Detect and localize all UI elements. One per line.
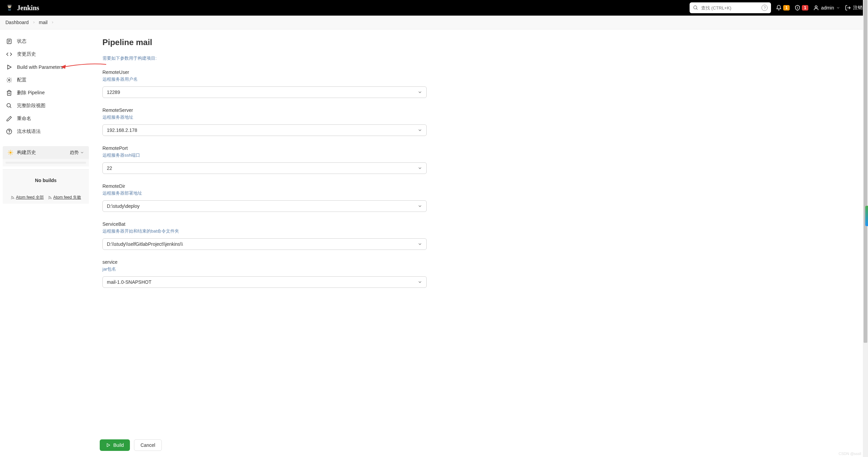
alerts-button[interactable]: 1 xyxy=(794,5,808,11)
chevron-down-icon xyxy=(836,6,840,10)
sidebar-item-syntax[interactable]: 流水线语法 xyxy=(3,125,89,138)
pencil-icon xyxy=(6,116,12,122)
param-remoteserver: RemoteServer 远程服务器地址 192.168.2.178 xyxy=(102,107,427,136)
svg-point-22 xyxy=(9,133,9,133)
build-history-search xyxy=(3,159,89,166)
feed-links: Atom feed 全部 Atom feed 失败 xyxy=(3,191,89,204)
chevron-down-icon xyxy=(418,280,422,284)
search-box[interactable]: ? xyxy=(690,2,771,13)
sidebar-item-stage-view[interactable]: 完整阶段视图 xyxy=(3,99,89,112)
svg-point-19 xyxy=(7,103,11,107)
sidebar-item-label: 变更历史 xyxy=(17,51,36,57)
scrollbar-thumb[interactable] xyxy=(864,0,867,331)
sidebar-item-label: 完整阶段视图 xyxy=(17,103,45,109)
app-name[interactable]: Jenkins xyxy=(17,4,39,12)
param-value: mail-1.0-SNAPSHOT xyxy=(107,279,151,285)
scrollbar-track[interactable] xyxy=(863,0,868,331)
sidebar-item-build-params[interactable]: Build with Parameters xyxy=(3,61,89,74)
param-select-service[interactable]: mail-1.0-SNAPSHOT xyxy=(102,276,427,288)
main-content: Pipeline mail 需要如下参数用于构建项目: RemoteUser 远… xyxy=(92,29,438,331)
chevron-down-icon xyxy=(418,166,422,171)
chevron-down-icon xyxy=(418,90,422,95)
param-label: RemoteServer xyxy=(102,107,427,113)
notification-badge: 1 xyxy=(783,5,790,11)
svg-point-7 xyxy=(797,9,798,9)
header-left: Jenkins xyxy=(5,4,39,12)
atom-feed-fail[interactable]: Atom feed 失败 xyxy=(48,195,81,200)
param-value: D:\study\deploy xyxy=(107,203,140,209)
trend-link[interactable]: 趋势 xyxy=(70,150,84,156)
status-icon xyxy=(6,38,12,44)
svg-point-32 xyxy=(11,199,12,199)
search-help-icon[interactable]: ? xyxy=(761,5,768,11)
svg-line-31 xyxy=(12,151,13,152)
no-builds-message: No builds xyxy=(3,169,89,191)
trend-label: 趋势 xyxy=(70,150,79,156)
build-history-panel: 构建历史 趋势 No builds Atom feed 全部 Atom feed xyxy=(3,146,89,204)
sidebar-item-status[interactable]: 状态 xyxy=(3,35,89,48)
sidebar-item-delete[interactable]: 删除 Pipeline xyxy=(3,86,89,99)
build-history-title: 构建历史 xyxy=(7,150,36,156)
svg-line-29 xyxy=(12,154,13,155)
param-desc: 远程服务器开始和结束的bat命令文件夹 xyxy=(102,228,427,234)
sidebar-item-rename[interactable]: 重命名 xyxy=(3,112,89,125)
param-label: RemoteDir xyxy=(102,183,427,189)
chevron-down-icon xyxy=(80,151,84,155)
param-select-remoteport[interactable]: 22 xyxy=(102,162,427,174)
param-desc: jar包名 xyxy=(102,266,427,272)
chevron-right-icon xyxy=(51,21,54,24)
scroll-indicator[interactable] xyxy=(865,206,868,226)
search-input[interactable] xyxy=(701,5,759,11)
code-icon xyxy=(6,51,12,57)
svg-rect-3 xyxy=(7,5,12,6)
user-icon xyxy=(813,5,819,11)
param-select-remoteuser[interactable]: 12289 xyxy=(102,86,427,98)
svg-point-23 xyxy=(9,152,12,154)
rss-icon xyxy=(48,196,52,200)
sidebar-item-changes[interactable]: 变更历史 xyxy=(3,48,89,61)
param-label: RemoteUser xyxy=(102,69,427,75)
sidebar-item-label: Build with Parameters xyxy=(17,64,63,70)
param-select-remoteserver[interactable]: 192.168.2.178 xyxy=(102,124,427,136)
breadcrumb-item[interactable]: Dashboard xyxy=(5,20,29,25)
user-name: admin xyxy=(821,5,834,11)
sidebar-item-configure[interactable]: 配置 xyxy=(3,74,89,86)
gear-icon xyxy=(6,77,12,83)
param-select-servicebat[interactable]: D:\\study\\selfGitlabProject\\jenkins\\ xyxy=(102,238,427,250)
help-icon xyxy=(6,128,12,135)
sidebar-item-label: 状态 xyxy=(17,38,26,44)
sidebar: 状态 变更历史 Build with Parameters 配置 删除 Pipe… xyxy=(0,29,92,331)
svg-point-1 xyxy=(8,6,9,6)
svg-line-20 xyxy=(10,106,11,108)
param-select-remotedir[interactable]: D:\study\deploy xyxy=(102,200,427,212)
logout-label: 注销 xyxy=(853,5,863,11)
atom-feed-all[interactable]: Atom feed 全部 xyxy=(11,195,44,200)
svg-point-8 xyxy=(815,6,817,8)
param-label: service xyxy=(102,259,427,265)
play-icon xyxy=(6,64,12,70)
svg-point-16 xyxy=(8,79,10,81)
trash-icon xyxy=(6,90,12,96)
param-label: ServiceBat xyxy=(102,221,427,227)
rss-icon xyxy=(11,196,15,200)
logout-button[interactable]: 注销 xyxy=(845,5,863,11)
param-value: 192.168.2.178 xyxy=(107,127,137,133)
breadcrumb: Dashboard mail xyxy=(0,16,868,29)
shield-alert-icon xyxy=(794,5,801,11)
jenkins-logo-icon xyxy=(5,4,14,12)
build-history-label: 构建历史 xyxy=(17,150,36,156)
svg-line-28 xyxy=(9,151,9,152)
param-desc: 远程服务器用户名 xyxy=(102,76,427,82)
logout-icon xyxy=(845,5,851,11)
param-desc: 远程服务器地址 xyxy=(102,114,427,120)
chevron-down-icon xyxy=(418,242,422,246)
user-menu[interactable]: admin xyxy=(813,5,840,11)
svg-point-33 xyxy=(49,199,49,199)
svg-point-2 xyxy=(10,6,11,6)
param-desc: 远程服务器ssh端口 xyxy=(102,152,427,158)
notifications-button[interactable]: 1 xyxy=(776,5,790,11)
param-value: 22 xyxy=(107,165,112,171)
breadcrumb-item[interactable]: mail xyxy=(39,20,48,25)
build-filter-input[interactable] xyxy=(5,162,86,164)
sidebar-item-label: 重命名 xyxy=(17,116,31,122)
